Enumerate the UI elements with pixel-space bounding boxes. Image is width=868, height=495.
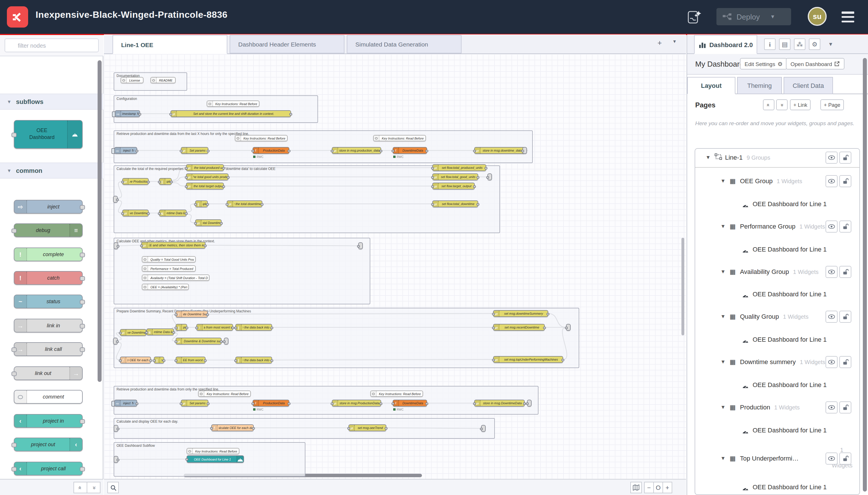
flow-node-li[interactable]: → <box>113 338 118 344</box>
input-port[interactable] <box>194 222 197 224</box>
output-port[interactable] <box>385 427 387 429</box>
flow-node-change[interactable]: ⇄set msg.topUnderPerformingMachines <box>493 356 563 363</box>
input-port[interactable] <box>121 212 124 215</box>
inject-button[interactable] <box>111 401 115 407</box>
output-port[interactable] <box>117 459 119 461</box>
flow-node-comment[interactable]: Key Instructions: Read Before Proceeding <box>207 101 259 107</box>
flow-node-change[interactable]: ⇄store in msg.production_data <box>332 147 381 154</box>
open-dashboard-button[interactable]: Open Dashboard <box>786 58 845 69</box>
workspace-tab-2[interactable]: Dashboard Header Elements <box>230 35 344 53</box>
input-port[interactable] <box>119 331 122 334</box>
output-port[interactable] <box>186 326 188 329</box>
input-port[interactable] <box>492 313 495 315</box>
flow-node-join[interactable]: ∥Combine the data back into an array. <box>236 324 272 331</box>
flow-node-li[interactable]: → <box>114 242 118 249</box>
minimap-button[interactable] <box>630 482 642 493</box>
flow-node-change[interactable]: ⇄Calculate OEE and other metrics, then s… <box>141 242 206 249</box>
flow-node-split[interactable]: ∥split <box>176 324 187 331</box>
flow-node-split[interactable]: ∥split <box>154 357 164 363</box>
flow-node-comment[interactable]: Availavity = (Total Shift Duration - Tot… <box>142 274 210 281</box>
palette-node-project-out[interactable]: ‹project out <box>14 438 83 451</box>
input-port[interactable] <box>195 326 198 329</box>
output-port[interactable] <box>162 359 165 362</box>
input-port[interactable] <box>210 427 213 429</box>
output-port[interactable] <box>80 205 85 210</box>
input-port[interactable] <box>12 443 17 447</box>
output-port[interactable] <box>206 313 209 316</box>
input-port[interactable] <box>526 402 529 405</box>
ai-assistant-icon[interactable] <box>687 8 703 25</box>
input-port[interactable] <box>251 150 254 152</box>
output-port[interactable] <box>222 185 225 188</box>
visibility-toggle-button[interactable] <box>826 175 837 187</box>
input-port[interactable] <box>140 244 143 247</box>
help-book-icon[interactable]: ▤ <box>779 38 791 50</box>
tree-row-widget[interactable]: OEE Dashboard for Line 1 <box>695 423 860 438</box>
flow-node-comment[interactable]: README <box>151 77 176 83</box>
flow-node-change[interactable]: ⇄Set Total Downtime to 0 <box>195 219 222 226</box>
flow-node-influx[interactable]: ℓDowntimeData <box>393 147 427 154</box>
chevron-down-icon[interactable]: ▼ <box>721 455 726 461</box>
visibility-toggle-button[interactable] <box>826 152 837 164</box>
flow-node-change[interactable]: ⇄set flow.total_good_units <box>432 173 478 180</box>
input-port[interactable] <box>226 203 228 206</box>
deploy-button[interactable]: Deploy ▼ <box>716 8 791 25</box>
flow-node-change[interactable]: ⇄Calculate the total downtime duration <box>227 200 262 207</box>
output-port[interactable] <box>288 402 291 405</box>
output-port[interactable] <box>117 428 119 430</box>
output-port[interactable] <box>80 467 85 472</box>
flow-node-change[interactable]: ⇄Set params <box>181 400 208 407</box>
palette-scrollbar[interactable] <box>98 60 102 382</box>
sidebar-scrollbar[interactable] <box>863 58 867 492</box>
inject-button[interactable] <box>111 148 115 154</box>
output-port[interactable] <box>543 326 546 329</box>
input-port[interactable] <box>251 402 254 405</box>
output-port[interactable] <box>271 359 273 362</box>
add-page-button[interactable]: + Page <box>820 99 844 110</box>
debug-bug-icon[interactable]: ⁂ <box>794 38 805 50</box>
palette-node-link-in[interactable]: →link in <box>14 319 83 332</box>
flow-node-function[interactable]: ƒcalculate OEE for each day <box>211 424 254 431</box>
output-port[interactable] <box>185 212 188 215</box>
input-port[interactable] <box>565 326 568 329</box>
output-port[interactable] <box>116 340 119 343</box>
input-port[interactable] <box>12 133 17 137</box>
output-port[interactable] <box>170 181 173 183</box>
output-port[interactable] <box>149 359 152 362</box>
flow-node-comment[interactable]: Key Instructions: Read Before Proceeding <box>373 135 426 141</box>
search-flows-button[interactable] <box>107 482 119 493</box>
input-port[interactable] <box>158 212 161 215</box>
chevron-down-icon[interactable]: ▼ <box>706 154 711 160</box>
visibility-toggle-button[interactable] <box>826 311 837 323</box>
visibility-toggle-button[interactable] <box>826 402 837 413</box>
palette-node-inject[interactable]: ⇨inject <box>14 200 83 214</box>
input-port[interactable] <box>194 203 197 206</box>
sidebar-menu-chevron-icon[interactable]: ▼ <box>825 38 836 50</box>
output-port[interactable] <box>380 402 382 405</box>
flow-node-split[interactable]: ∥split <box>195 200 208 207</box>
input-port[interactable] <box>473 402 476 405</box>
flow-group[interactable]: Retrieve production and downtime data fr… <box>114 130 533 163</box>
input-port[interactable] <box>486 176 489 178</box>
input-port[interactable] <box>431 185 434 188</box>
flow-node-split[interactable]: ∥split <box>159 178 172 185</box>
flow-node-inject[interactable]: ⇨inject ↻ <box>114 147 137 154</box>
main-menu-icon[interactable] <box>841 12 854 22</box>
add-flow-button[interactable]: + <box>654 38 665 47</box>
input-port[interactable] <box>431 167 434 169</box>
output-port[interactable] <box>80 300 85 304</box>
flow-node-li[interactable]: → <box>114 456 118 463</box>
sidebar-tab-client-data[interactable]: Client Data <box>784 77 833 94</box>
palette-node-debug[interactable]: ≡debug <box>14 223 83 237</box>
tree-row-group[interactable]: ▼▦Production1 Widgets <box>695 400 860 415</box>
zoom-in-button[interactable]: + <box>662 482 672 493</box>
flow-node-change[interactable]: ⇄Set params <box>181 147 208 154</box>
chevron-down-icon[interactable]: ▼ <box>721 359 726 365</box>
flow-node-lo[interactable]: → <box>224 338 228 344</box>
input-port[interactable] <box>175 359 177 362</box>
output-port[interactable] <box>172 331 175 334</box>
input-port[interactable] <box>12 467 17 472</box>
output-port[interactable] <box>204 359 207 362</box>
output-port[interactable] <box>546 313 550 315</box>
flow-node-influx[interactable]: ℓDowntimeData <box>393 400 427 407</box>
